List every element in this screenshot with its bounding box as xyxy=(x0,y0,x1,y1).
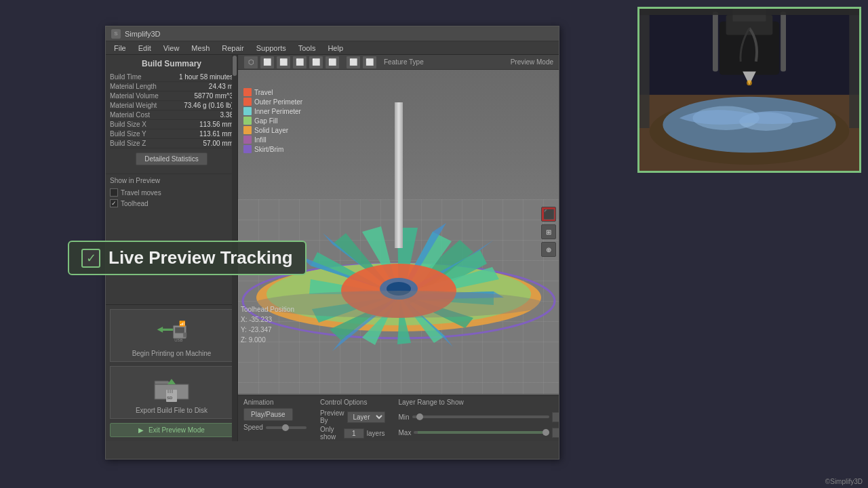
machine-section: 📶 USB Begin Printing on Machine xyxy=(106,304,237,441)
view-btn-3[interactable]: ⬜ xyxy=(276,56,291,69)
live-tracking-label: Live Preview Tracking xyxy=(108,247,293,268)
build-row-weight: Material Weight 73.46 g (0.16 lb) xyxy=(110,101,233,110)
only-show-row: Only show 1 layers xyxy=(320,426,385,441)
control-options-section: Control Options Preview By Layer Only sh… xyxy=(320,399,385,441)
svg-rect-4 xyxy=(183,332,186,337)
viewport-3d[interactable]: Travel Outer Perimeter Inner Perimeter xyxy=(238,70,559,394)
outer-background: S Simplify3D File Edit View Mesh Repair … xyxy=(0,0,868,488)
legend-label-gap: Gap Fill xyxy=(254,117,277,125)
min-layer-input[interactable] xyxy=(552,412,559,422)
preview-mode-label: Preview Mode xyxy=(511,58,553,66)
mat-length-label: Material Length xyxy=(110,83,157,90)
preview-by-select[interactable]: Layer xyxy=(347,411,385,423)
min-slider-thumb xyxy=(416,413,423,420)
view-btn-7[interactable]: ⬜ xyxy=(346,56,361,69)
size-y-label: Build Size Y xyxy=(110,130,146,138)
begin-printing-button[interactable]: 📶 USB Begin Printing on Machine xyxy=(110,309,233,362)
animation-section: Animation Play/Pause Speed xyxy=(243,399,307,431)
menu-bar: File Edit View Mesh Repair Supports Tool… xyxy=(106,41,559,55)
only-show-input[interactable]: 1 xyxy=(344,428,364,439)
live-tracking-checkbox[interactable]: ✓ xyxy=(81,249,100,268)
menu-help[interactable]: Help xyxy=(322,43,349,54)
min-range-row: Min ▲ ▼ xyxy=(399,410,559,424)
legend-solid-layer: Solid Layer xyxy=(243,125,302,135)
axis-icon-btn[interactable]: ⊕ xyxy=(541,242,556,257)
legend-label-solid: Solid Layer xyxy=(254,127,288,134)
size-z-value: 57.00 mm xyxy=(203,140,233,147)
menu-file[interactable]: File xyxy=(108,43,132,54)
size-x-value: 113.56 mm xyxy=(199,121,233,128)
menu-edit[interactable]: Edit xyxy=(133,43,157,54)
right-icons: ⬛ ⊞ ⊕ xyxy=(538,204,559,260)
view-btn-5[interactable]: ⬜ xyxy=(309,56,323,69)
grid-icon-btn[interactable]: ⊞ xyxy=(541,224,556,239)
legend-travel: Travel xyxy=(243,87,302,97)
toolhead-checkbox[interactable]: ✓ xyxy=(110,199,118,207)
toolhead-position-label: Toolhead Position xyxy=(241,304,294,314)
build-row-sizey: Build Size Y 113.61 mm xyxy=(110,129,233,139)
view-btn-2[interactable]: ⬜ xyxy=(260,56,275,69)
legend-color-travel xyxy=(243,88,252,96)
svg-point-19 xyxy=(253,291,545,318)
travel-moves-label: Travel moves xyxy=(121,189,161,197)
legend-label-inner: Inner Perimeter xyxy=(254,108,301,115)
size-z-label: Build Size Z xyxy=(110,140,146,147)
feature-type-label: Feature Type xyxy=(384,58,424,66)
max-layer-slider[interactable] xyxy=(414,431,549,434)
exit-preview-button[interactable]: ▶ Exit Preview Mode xyxy=(110,423,233,437)
build-time-value: 1 hour 58 minutes xyxy=(179,73,233,81)
viewport-header: ⬡ ⬜ ⬜ ⬜ ⬜ ⬜ ⬜ ⬜ Feature Type Preview Mod… xyxy=(238,55,559,70)
app-title: Simplify3D xyxy=(125,30,161,38)
view-btn-8[interactable]: ⬜ xyxy=(362,56,377,69)
legend-outer-perimeter: Outer Perimeter xyxy=(243,97,302,106)
view-btn-6[interactable]: ⬜ xyxy=(325,56,340,69)
legend-label-outer: Outer Perimeter xyxy=(254,98,302,106)
menu-tools[interactable]: Tools xyxy=(293,43,321,54)
size-x-label: Build Size X xyxy=(110,121,146,128)
feature-legend: Travel Outer Perimeter Inner Perimeter xyxy=(241,85,305,157)
max-layer-input[interactable] xyxy=(552,428,559,438)
build-row-sizez: Build Size Z 57.00 mm xyxy=(110,139,233,148)
min-label: Min xyxy=(399,413,410,421)
svg-rect-30 xyxy=(781,12,786,71)
max-slider-thumb xyxy=(542,429,549,436)
svg-text:📶: 📶 xyxy=(179,320,186,327)
svg-point-32 xyxy=(747,80,752,85)
toolhead-label: Toolhead xyxy=(121,200,149,207)
layer-range-section: Layer Range to Show Min ▲ ▼ xyxy=(399,399,559,439)
svg-marker-0 xyxy=(157,327,175,333)
svg-rect-34 xyxy=(849,8,859,128)
svg-rect-8 xyxy=(167,390,169,393)
view-btn-1[interactable]: ⬡ xyxy=(243,56,258,69)
legend-color-infill xyxy=(243,136,252,144)
menu-repair[interactable]: Repair xyxy=(216,43,249,54)
live-tracking-badge[interactable]: ✓ Live Preview Tracking xyxy=(68,241,307,275)
detailed-stats-button[interactable]: Detailed Statistics xyxy=(136,152,207,165)
mat-weight-label: Material Weight xyxy=(110,102,157,109)
legend-color-gap xyxy=(243,117,252,125)
control-options-label: Control Options xyxy=(320,399,385,406)
menu-mesh[interactable]: Mesh xyxy=(186,43,215,54)
min-layer-slider[interactable] xyxy=(412,415,550,418)
mat-volume-value: 58770 mm^3 xyxy=(195,92,234,100)
show-in-preview-section: Show in Preview Travel moves ✓ Toolhead xyxy=(106,174,237,211)
mat-length-value: 24.43 m xyxy=(209,83,233,90)
speed-slider[interactable] xyxy=(266,426,307,429)
max-range-row: Max ▲ ▼ xyxy=(399,426,559,439)
cube-icon-btn[interactable]: ⬛ xyxy=(541,207,556,222)
toolhead-y: Y: -23.347 xyxy=(241,325,294,335)
mat-volume-label: Material Volume xyxy=(110,92,159,100)
svg-text:USB: USB xyxy=(174,338,182,342)
menu-supports[interactable]: Supports xyxy=(251,43,292,54)
play-pause-button[interactable]: Play/Pause xyxy=(243,408,293,421)
build-row-volume: Material Volume 58770 mm^3 xyxy=(110,92,233,101)
travel-moves-checkbox[interactable] xyxy=(110,188,118,197)
view-btn-4[interactable]: ⬜ xyxy=(292,56,307,69)
export-build-button[interactable]: SD Export Build File to Disk xyxy=(110,366,233,419)
menu-view[interactable]: View xyxy=(158,43,185,54)
camera-feed xyxy=(637,7,861,173)
legend-color-outer xyxy=(243,98,252,106)
center-pillar xyxy=(395,102,403,248)
mat-cost-label: Material Cost xyxy=(110,111,150,119)
app-icon: S xyxy=(111,29,121,39)
